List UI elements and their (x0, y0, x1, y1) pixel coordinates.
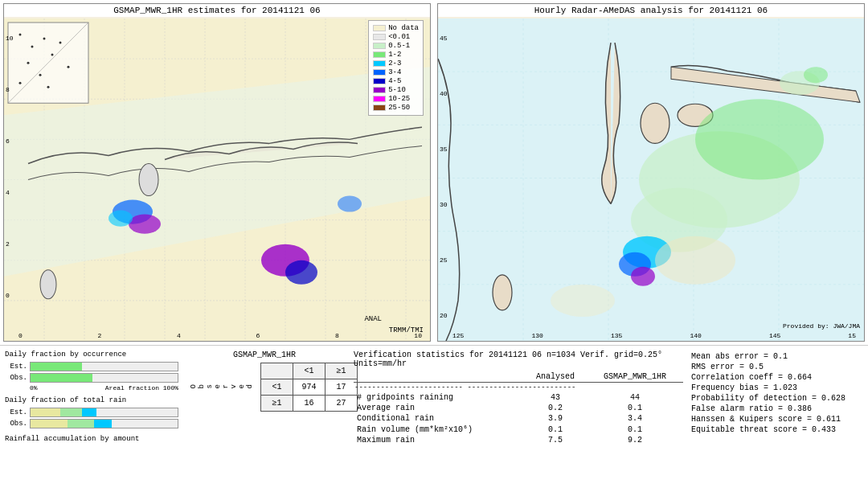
right-map-title: Hourly Radar-AMeDAS analysis for 2014112… (438, 4, 864, 17)
est-bar-row-2: Est. (5, 408, 178, 417)
legend-label-nodata: No data (388, 24, 419, 32)
legend-color-05-1 (373, 43, 386, 49)
svg-point-34 (39, 74, 42, 76)
legend-color-1-2 (373, 51, 386, 58)
legend-label-05-1: 0.5-1 (388, 42, 410, 50)
verif-row-1: Average rain 0.2 0.1 (354, 403, 683, 413)
est-bar-container-2 (30, 408, 178, 417)
legend-3-4: 3-4 (373, 68, 419, 76)
contingency-cell-a: 974 (293, 379, 326, 396)
verif-analysed-1: 0.2 (524, 403, 587, 413)
verif-label-2: Conditional rain (354, 413, 524, 424)
est-bar-fill-2 (31, 408, 60, 416)
verif-label-0: # gridpoints raining (354, 392, 524, 403)
est-bar-fill-2b (60, 408, 82, 416)
left-map-panel: GSMAP_MWR_1HR estimates for 20141121 06 (3, 3, 431, 342)
verif-panel: Verification statistics for 20141121 06 … (349, 349, 688, 489)
verif-row-3: Rain volume (mm*km²x10⁶) 0.1 0.1 (354, 424, 683, 435)
stat-correlation: Correlation coeff = 0.664 (691, 373, 862, 382)
est-label-1: Est. (5, 363, 27, 371)
verif-row-4: Maximum rain 7.5 9.2 (354, 435, 683, 445)
legend-label-4-5: 4-5 (388, 77, 401, 85)
legend-color-lt001 (373, 34, 386, 40)
right-x-axis: 125 130 135 140 145 15 (452, 332, 856, 339)
legend-color-5-10 (373, 87, 386, 93)
svg-point-59 (631, 267, 655, 286)
svg-point-36 (47, 86, 50, 88)
x-axis-bottom: 0 2 4 6 8 10 (18, 332, 422, 339)
svg-point-37 (19, 82, 22, 84)
verif-row-0: # gridpoints raining 43 44 (354, 392, 683, 403)
svg-point-52 (641, 103, 669, 143)
est-bar-fill-1 (31, 363, 82, 371)
stat-hanssen-kuipers: Hanssen & Kuipers score = 0.611 (691, 415, 862, 424)
verif-col-analysed: Analysed (524, 371, 587, 383)
svg-point-33 (59, 42, 62, 44)
obs-bar-row-2: Obs. (5, 419, 178, 428)
svg-point-26 (338, 196, 362, 212)
obs-label-1: Obs. (5, 374, 27, 382)
contingency-col-lt1: <1 (293, 363, 326, 379)
est-bar-fill-2c (82, 408, 96, 416)
contingency-table: Observed <1 ≥1 <1 974 17 ≥1 16 27 (183, 363, 358, 412)
verif-gsmap-2: 3.4 (587, 413, 683, 424)
legend-05-1: 0.5-1 (373, 42, 419, 50)
legend-color-2-3 (373, 60, 386, 67)
left-map-viz: ANAL TRMM/TMI 10 8 6 4 2 0 0 2 4 6 8 (4, 18, 430, 341)
legend-1-2: 1-2 (373, 51, 419, 59)
legend-2-3: 2-3 (373, 59, 419, 68)
obs-bar-container-2 (30, 419, 178, 428)
observed-label-text: Observed (190, 384, 254, 388)
main-container: GSMAP_MWR_1HR estimates for 20141121 06 (0, 0, 868, 492)
stat-freq-bias: Frequency bias = 1.023 (691, 383, 862, 392)
obs-bar-row-1: Obs. (5, 373, 178, 383)
svg-point-62 (655, 236, 735, 285)
contingency-panel: GSMAP_MWR_1HR Observed <1 ≥1 <1 974 17 ≥… (180, 349, 349, 489)
legend-color-nodata (373, 25, 386, 31)
legend-label-1-2: 1-2 (388, 51, 401, 59)
right-map-panel: Hourly Radar-AMeDAS analysis for 2014112… (437, 3, 865, 342)
stat-rms-error: RMS error = 0.5 (691, 363, 862, 371)
stat-prob-detection: Probability of detection = 0.628 (691, 394, 862, 403)
legend: No data <0.01 0.5-1 1-2 2-3 (368, 20, 424, 116)
verif-analysed-2: 3.9 (524, 413, 587, 424)
right-map-viz: 45 40 35 30 25 20 125 130 135 140 145 15 (438, 18, 864, 341)
legend-25-50: 25-50 (373, 104, 419, 112)
charts-panel: Daily fraction by occurrence Est. Obs. 0… (3, 349, 180, 489)
legend-10-25: 10-25 (373, 95, 419, 103)
contingency-row-label-ge1: ≥1 (261, 396, 293, 412)
svg-point-63 (551, 285, 615, 317)
right-map-svg (438, 18, 864, 341)
verif-row-2: Conditional rain 3.9 3.4 (354, 413, 683, 424)
chart2-title: Daily fraction of total rain (5, 396, 178, 404)
verif-col-gsmap: GSMAP_MWR_1HR (587, 371, 683, 383)
verif-analysed-3: 0.1 (524, 424, 587, 435)
verif-gsmap-0: 44 (587, 392, 683, 403)
svg-point-23 (108, 211, 133, 227)
obs-bar-fill-2c (94, 420, 112, 428)
svg-point-28 (19, 34, 22, 36)
svg-point-25 (285, 260, 317, 285)
legend-label-5-10: 5-10 (388, 86, 406, 94)
left-map-svg (4, 18, 430, 341)
svg-point-20 (139, 163, 158, 195)
legend-label-10-25: 10-25 (388, 95, 410, 103)
legend-label-2-3: 2-3 (388, 59, 401, 68)
axis-0pct: 0% (30, 384, 38, 392)
svg-point-31 (51, 54, 54, 56)
contingency-header-row: Observed <1 ≥1 (183, 363, 358, 379)
verif-divider: ------------------------- --------------… (354, 383, 683, 393)
obs-label-2: Obs. (5, 420, 27, 428)
stat-false-alarm: False alarm ratio = 0.386 (691, 404, 862, 413)
legend-label-25-50: 25-50 (388, 104, 410, 112)
legend-lt001: <0.01 (373, 33, 419, 41)
svg-point-32 (27, 62, 30, 64)
verif-gsmap-3: 0.1 (587, 424, 683, 435)
verif-analysed-4: 7.5 (524, 435, 587, 445)
maps-section: GSMAP_MWR_1HR estimates for 20141121 06 (0, 0, 868, 346)
legend-nodata: No data (373, 24, 419, 32)
verif-label-4: Maximum rain (354, 435, 524, 445)
bar-chart-rain: Est. Obs. (5, 406, 178, 430)
obs-bar-container-1 (30, 373, 178, 383)
legend-color-4-5 (373, 78, 386, 84)
